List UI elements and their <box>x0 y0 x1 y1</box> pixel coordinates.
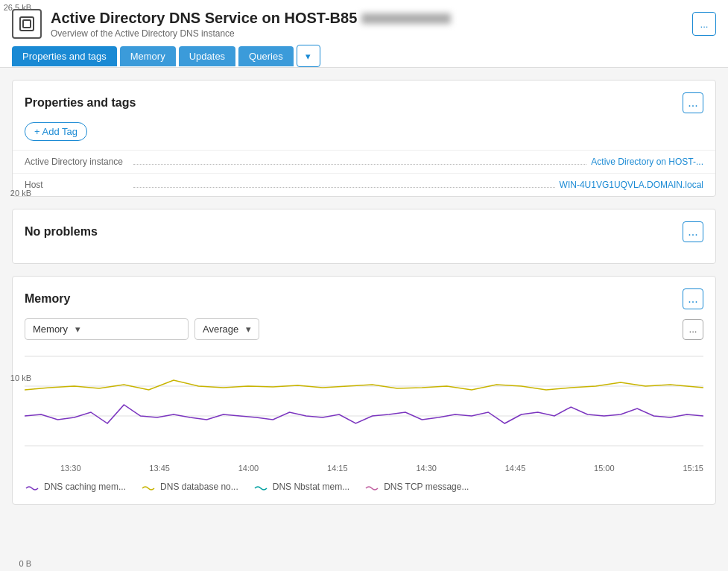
main-content: Properties and tags ... + Add Tag Active… <box>0 68 728 517</box>
tab-memory[interactable]: Memory <box>120 46 176 66</box>
tab-more-button[interactable]: ▾ <box>297 45 320 67</box>
blurred-host <box>361 13 451 24</box>
properties-card-menu-button[interactable]: ... <box>683 92 703 113</box>
x-label-3: 14:00 <box>238 464 259 473</box>
chart-area: 26.5 kB 20 kB 10 kB 0 B <box>25 349 703 473</box>
x-label-1: 13:30 <box>60 464 81 473</box>
yellow-line <box>25 380 703 390</box>
prop-value-instance[interactable]: Active Directory on HOST-... <box>591 157 703 167</box>
tab-queries[interactable]: Queries <box>238 46 294 66</box>
service-title: Active Directory DNS Service on HOST-B85 <box>51 10 451 27</box>
x-label-4: 14:15 <box>327 464 348 473</box>
legend-label-3: DNS Nbstat mem... <box>273 482 349 492</box>
top-bar: Active Directory DNS Service on HOST-B85… <box>0 0 728 68</box>
legend-item-2: DNS database no... <box>141 482 238 492</box>
legend-icon-yellow <box>141 482 156 491</box>
legend-label-1: DNS caching mem... <box>44 482 126 492</box>
x-label-8: 15:15 <box>683 464 703 473</box>
legend-icon-teal <box>253 482 268 491</box>
x-label-5: 14:30 <box>416 464 437 473</box>
memory-dropdown[interactable]: Memory ▾ <box>25 318 189 340</box>
prop-value-host[interactable]: WIN-4U1VG1UQVLA.DOMAIN.local <box>560 180 703 190</box>
memory-card-menu-button[interactable]: ... <box>683 288 703 309</box>
chart-options-button[interactable]: ... <box>683 319 703 340</box>
chart-legend: DNS caching mem... DNS database no... DN… <box>13 473 715 492</box>
top-bar-menu-button[interactable]: ... <box>692 12 716 36</box>
service-info: Active Directory DNS Service on HOST-B85… <box>51 10 451 39</box>
tab-updates[interactable]: Updates <box>179 46 235 66</box>
legend-icon-pink <box>364 482 379 491</box>
memory-dropdown-arrow: ▾ <box>75 324 80 335</box>
prop-label-host: Host <box>25 180 129 190</box>
y-label-2: 20 kB <box>0 189 31 198</box>
memory-controls: Memory ▾ Average ▾ ... <box>13 318 715 349</box>
x-label-2: 13:45 <box>149 464 170 473</box>
x-label-7: 15:00 <box>594 464 615 473</box>
service-title-text: Active Directory DNS Service on HOST-B85 <box>51 10 357 26</box>
property-row-2: Host WIN-4U1VG1UQVLA.DOMAIN.local <box>13 173 715 196</box>
chart-x-labels: 13:30 13:45 14:00 14:15 14:30 14:45 15:0… <box>60 464 703 473</box>
memory-card: Memory ... Memory ▾ Average ▾ ... 26.5 <box>12 276 716 505</box>
prop-label-instance: Active Directory instance <box>25 157 129 167</box>
legend-label-2: DNS database no... <box>160 482 238 492</box>
nav-tabs: Properties and tags Memory Updates Queri… <box>12 45 716 67</box>
legend-label-4: DNS TCP message... <box>384 482 469 492</box>
legend-item-4: DNS TCP message... <box>364 482 469 492</box>
average-dropdown[interactable]: Average ▾ <box>194 318 259 340</box>
legend-item-1: DNS caching mem... <box>25 482 126 492</box>
service-subtitle: Overview of the Active Directory DNS ins… <box>51 28 451 39</box>
problems-card-menu-button[interactable]: ... <box>683 221 703 242</box>
properties-card-title: Properties and tags <box>25 96 136 110</box>
legend-item-3: DNS Nbstat mem... <box>253 482 349 492</box>
prop-dots <box>133 164 586 165</box>
purple-line <box>25 405 703 423</box>
property-row-1: Active Directory instance Active Directo… <box>13 150 715 173</box>
properties-card: Properties and tags ... + Add Tag Active… <box>12 80 716 197</box>
y-label-1: 26.5 kB <box>0 3 31 12</box>
memory-chart-svg <box>25 349 703 461</box>
average-dropdown-arrow: ▾ <box>246 324 251 335</box>
x-label-6: 14:45 <box>505 464 526 473</box>
prop-dots-2 <box>133 187 555 188</box>
problems-card: No problems ... <box>12 209 716 264</box>
